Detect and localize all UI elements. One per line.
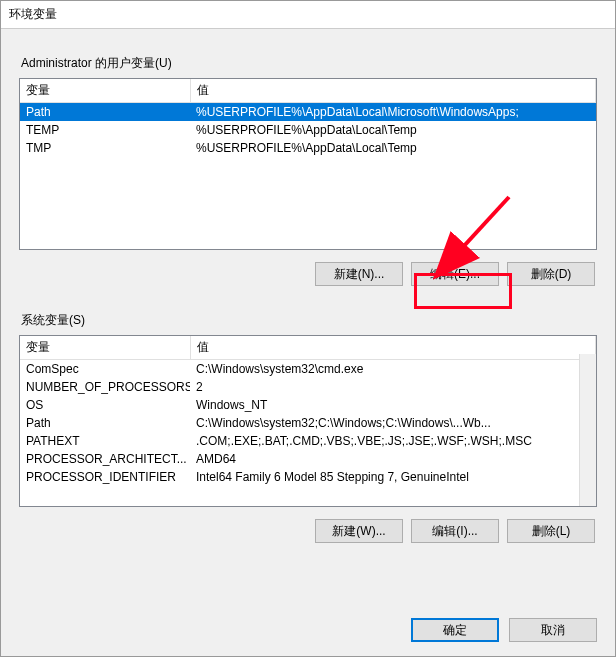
edit-user-var-button[interactable]: 编辑(E)... [411, 262, 499, 286]
cell-value: C:\Windows\system32;C:\Windows;C:\Window… [190, 414, 596, 432]
titlebar: 环境变量 [1, 1, 615, 29]
system-button-row: 新建(W)... 编辑(I)... 删除(L) [19, 519, 595, 543]
table-row[interactable]: OS Windows_NT [20, 396, 596, 414]
cell-variable: PROCESSOR_ARCHITECT... [20, 450, 190, 468]
cell-variable: NUMBER_OF_PROCESSORS [20, 378, 190, 396]
scrollbar[interactable] [579, 354, 596, 506]
cell-value: AMD64 [190, 450, 596, 468]
cell-variable: ComSpec [20, 360, 190, 379]
delete-user-var-button[interactable]: 删除(D) [507, 262, 595, 286]
cell-variable: Path [20, 414, 190, 432]
new-system-var-button[interactable]: 新建(W)... [315, 519, 403, 543]
ok-button[interactable]: 确定 [411, 618, 499, 642]
env-var-dialog: 环境变量 Administrator 的用户变量(U) 变量 值 Path %U… [0, 0, 616, 657]
cell-value: C:\Windows\system32\cmd.exe [190, 360, 596, 379]
user-vars-table[interactable]: 变量 值 Path %USERPROFILE%\AppData\Local\Mi… [19, 78, 597, 250]
column-header-variable[interactable]: 变量 [20, 79, 190, 103]
column-header-value[interactable]: 值 [190, 336, 596, 360]
titlebar-text: 环境变量 [9, 6, 57, 23]
table-row[interactable]: TEMP %USERPROFILE%\AppData\Local\Temp [20, 121, 596, 139]
table-row[interactable]: PATHEXT .COM;.EXE;.BAT;.CMD;.VBS;.VBE;.J… [20, 432, 596, 450]
table-row[interactable]: PROCESSOR_IDENTIFIER Intel64 Family 6 Mo… [20, 468, 596, 486]
delete-system-var-button[interactable]: 删除(L) [507, 519, 595, 543]
cell-value: %USERPROFILE%\AppData\Local\Microsoft\Wi… [190, 103, 596, 122]
new-user-var-button[interactable]: 新建(N)... [315, 262, 403, 286]
table-row[interactable]: NUMBER_OF_PROCESSORS 2 [20, 378, 596, 396]
cell-variable: Path [20, 103, 190, 122]
cell-value: Intel64 Family 6 Model 85 Stepping 7, Ge… [190, 468, 596, 486]
table-row[interactable]: PROCESSOR_ARCHITECT... AMD64 [20, 450, 596, 468]
dialog-footer: 确定 取消 [411, 618, 597, 642]
column-header-value[interactable]: 值 [190, 79, 596, 103]
dialog-content: Administrator 的用户变量(U) 变量 值 Path %USERPR… [1, 29, 615, 543]
table-row[interactable]: Path C:\Windows\system32;C:\Windows;C:\W… [20, 414, 596, 432]
edit-system-var-button[interactable]: 编辑(I)... [411, 519, 499, 543]
cancel-button[interactable]: 取消 [509, 618, 597, 642]
cell-variable: TEMP [20, 121, 190, 139]
cell-variable: OS [20, 396, 190, 414]
system-vars-label: 系统变量(S) [21, 312, 597, 329]
cell-variable: PATHEXT [20, 432, 190, 450]
table-row[interactable]: TMP %USERPROFILE%\AppData\Local\Temp [20, 139, 596, 157]
cell-variable: PROCESSOR_IDENTIFIER [20, 468, 190, 486]
cell-value: %USERPROFILE%\AppData\Local\Temp [190, 139, 596, 157]
cell-value: 2 [190, 378, 596, 396]
cell-value: .COM;.EXE;.BAT;.CMD;.VBS;.VBE;.JS;.JSE;.… [190, 432, 596, 450]
table-row[interactable]: ComSpec C:\Windows\system32\cmd.exe [20, 360, 596, 379]
table-row[interactable]: Path %USERPROFILE%\AppData\Local\Microso… [20, 103, 596, 122]
user-button-row: 新建(N)... 编辑(E)... 删除(D) [19, 262, 595, 286]
system-vars-table[interactable]: 变量 值 ComSpec C:\Windows\system32\cmd.exe… [19, 335, 597, 507]
user-vars-label: Administrator 的用户变量(U) [21, 55, 597, 72]
cell-variable: TMP [20, 139, 190, 157]
cell-value: Windows_NT [190, 396, 596, 414]
cell-value: %USERPROFILE%\AppData\Local\Temp [190, 121, 596, 139]
column-header-variable[interactable]: 变量 [20, 336, 190, 360]
